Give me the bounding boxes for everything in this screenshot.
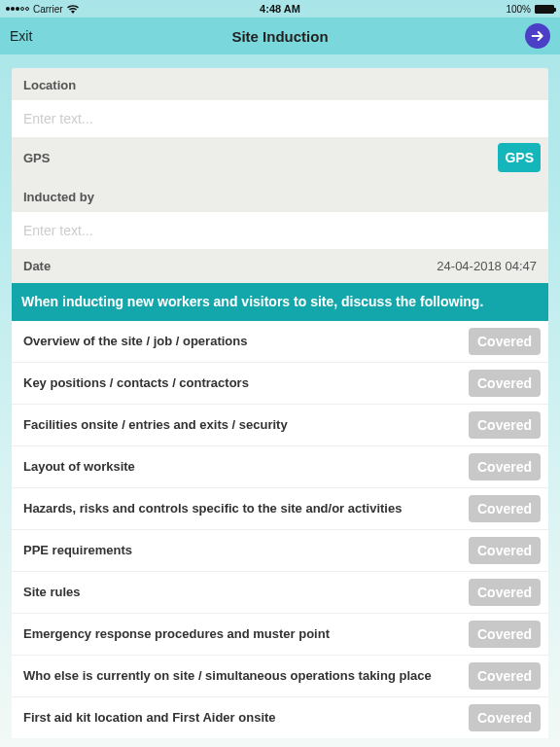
date-value: 24-04-2018 04:47 — [437, 259, 537, 273]
checklist-item-label: Hazards, risks and controls specific to … — [23, 500, 402, 517]
inducted-by-label: Inducted by — [12, 180, 548, 212]
checklist-row: Facilities onsite / entries and exits / … — [12, 404, 548, 445]
checklist-row: Layout of worksiteCovered — [12, 445, 548, 487]
covered-button[interactable]: Covered — [469, 328, 541, 355]
covered-button[interactable]: Covered — [469, 370, 541, 397]
checklist-item-label: Layout of worksite — [23, 458, 135, 476]
checklist: Overview of the site / job / operationsC… — [12, 321, 548, 738]
wifi-icon — [67, 5, 79, 14]
checklist-item-label: Who else is currently on site / simultan… — [23, 667, 432, 685]
content-scroll[interactable]: Location GPS GPS Inducted by Date 24-04-… — [0, 54, 560, 747]
clock: 4:48 AM — [189, 3, 371, 15]
checklist-item-label: PPE requirements — [23, 542, 132, 559]
checklist-item-label: Emergency response procedures and muster… — [23, 625, 330, 643]
checklist-row: Emergency response procedures and muster… — [12, 613, 548, 655]
location-input[interactable] — [23, 111, 537, 126]
covered-button[interactable]: Covered — [469, 662, 541, 690]
checklist-item-label: Overview of the site / job / operations — [23, 333, 247, 350]
checklist-item-label: Key positions / contacts / contractors — [23, 374, 249, 392]
checklist-row: Site rulesCovered — [12, 571, 548, 613]
covered-button[interactable]: Covered — [469, 621, 541, 648]
nav-bar: Exit Site Induction — [0, 18, 560, 54]
checklist-row: Overview of the site / job / operationsC… — [12, 321, 548, 362]
form-card: Location GPS GPS Inducted by Date 24-04-… — [12, 68, 548, 738]
exit-button[interactable]: Exit — [10, 28, 68, 44]
date-label: Date — [23, 259, 51, 273]
inducted-by-input-row — [12, 212, 548, 249]
status-bar: Carrier 4:48 AM 100% — [0, 0, 560, 18]
inducted-by-input[interactable] — [23, 223, 537, 238]
arrow-right-icon — [530, 28, 545, 44]
date-row: Date 24-04-2018 04:47 — [12, 249, 548, 283]
battery-percent: 100% — [506, 4, 531, 15]
covered-button[interactable]: Covered — [469, 537, 541, 564]
carrier-label: Carrier — [33, 4, 63, 15]
gps-button[interactable]: GPS — [498, 143, 541, 172]
checklist-item-label: Facilities onsite / entries and exits / … — [23, 416, 288, 434]
gps-row: GPS GPS — [12, 137, 548, 180]
checklist-row: PPE requirementsCovered — [12, 529, 548, 571]
covered-button[interactable]: Covered — [469, 495, 541, 522]
checklist-row: Who else is currently on site / simultan… — [12, 655, 548, 696]
battery-icon — [535, 5, 554, 14]
checklist-row: Hazards, risks and controls specific to … — [12, 487, 548, 529]
checklist-row: First aid kit location and First Aider o… — [12, 696, 548, 738]
signal-strength-icon — [6, 7, 29, 11]
location-label: Location — [12, 68, 548, 100]
covered-button[interactable]: Covered — [469, 453, 541, 480]
checklist-item-label: First aid kit location and First Aider o… — [23, 709, 276, 727]
page-title: Site Induction — [68, 28, 492, 45]
location-input-row — [12, 100, 548, 137]
checklist-row: Key positions / contacts / contractorsCo… — [12, 362, 548, 404]
checklist-item-label: Site rules — [23, 584, 81, 601]
next-button[interactable] — [525, 23, 550, 49]
section-banner: When inducting new workers and visitors … — [12, 283, 548, 321]
covered-button[interactable]: Covered — [469, 411, 541, 439]
covered-button[interactable]: Covered — [469, 704, 541, 731]
covered-button[interactable]: Covered — [469, 579, 541, 606]
gps-label: GPS — [23, 151, 50, 165]
